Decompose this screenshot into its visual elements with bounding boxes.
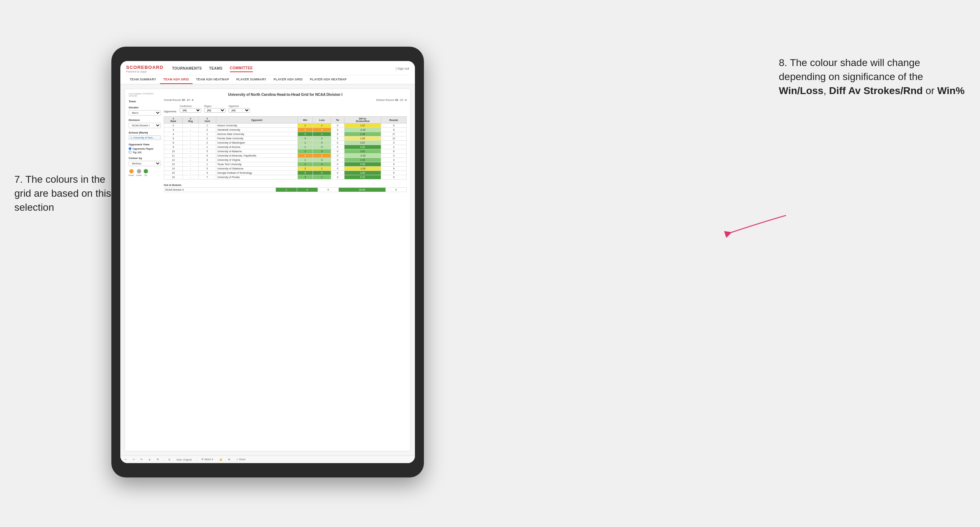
cell-team-name: University of Oklahoma <box>216 167 298 171</box>
cell-rounds: 9 <box>381 167 407 171</box>
undo-button[interactable]: ↩ <box>123 457 128 462</box>
col-conf: #Conf <box>198 117 216 124</box>
cell-tie: 0 <box>331 162 344 167</box>
region-filter-select[interactable]: (All) <box>204 108 226 113</box>
cell-team-name: Florida State University <box>216 137 298 141</box>
pause-button[interactable]: ⏸ <box>147 458 152 462</box>
nav-tournaments[interactable]: TOURNAMENTS <box>172 65 202 72</box>
gender-select[interactable]: Men's <box>129 110 161 116</box>
col-loss: Loss <box>313 117 331 124</box>
cell-loss: 0 <box>313 158 331 162</box>
subnav-player-h2h-heatmap[interactable]: PLAYER H2H HEATMAP <box>306 75 350 84</box>
cell-team-name: Georgia Institute of Technology <box>216 171 298 175</box>
table-row: NCAA Division II 1 0 0 26.00 3 <box>164 188 407 192</box>
cell-conf: 7 <box>198 175 216 179</box>
cell-team-name: University of Washington <box>216 141 298 145</box>
cell-rank: 9 <box>164 145 183 149</box>
nav-committee[interactable]: COMMITTEE <box>230 65 253 72</box>
cell-reg: - <box>183 175 198 179</box>
cell-win: 5 <box>298 132 313 137</box>
redo-button[interactable]: ↪ <box>131 457 136 462</box>
right-arrow <box>718 201 790 244</box>
legend-level: Level <box>136 169 141 176</box>
cell-win: 3 <box>298 149 313 154</box>
subnav-team-h2h-grid[interactable]: TEAM H2H GRID <box>160 75 192 84</box>
table-row: 8 - 2 University of Washington 1 0 0 3.6… <box>164 141 407 145</box>
cell-division-name: NCAA Division II <box>164 188 276 192</box>
nav-teams[interactable]: TEAMS <box>209 65 223 72</box>
right-panel: University of North Carolina Head-to-Hea… <box>164 93 407 447</box>
radio-top100-input[interactable] <box>129 151 132 154</box>
cell-diff: 9.00 <box>344 145 381 149</box>
cell-reg: - <box>183 154 198 158</box>
cell-conf: 2 <box>198 141 216 145</box>
conference-filter-select[interactable]: (All) <box>180 108 201 113</box>
cell-diff: -2.29 <box>344 128 381 132</box>
filter-opponent: Opponent (All) <box>229 105 250 113</box>
reset-button[interactable]: ⟳ <box>139 457 144 462</box>
share-button[interactable]: ↗ Share <box>235 457 247 462</box>
opponent-filter-select[interactable]: (All) <box>229 108 250 113</box>
cell-tie: 0 <box>331 158 344 162</box>
cell-diff: 2.28 <box>344 132 381 137</box>
brand-logo: SCOREBOARD Powered by clippd <box>126 64 164 73</box>
timer-button[interactable]: ⏱ <box>167 458 172 462</box>
table-row: 13 - 1 Texas Tech University 3 0 0 5.56 … <box>164 162 407 167</box>
subnav-player-h2h-grid[interactable]: PLAYER H2H GRID <box>270 75 306 84</box>
team-section: Team <box>129 100 161 103</box>
cell-rounds: 9 <box>381 124 407 128</box>
subnav-team-h2h-heatmap[interactable]: TEAM H2H HEATMAP <box>192 75 233 84</box>
cell-rounds: 3 <box>381 141 407 145</box>
colour-by-select[interactable]: Win/loss <box>129 161 161 166</box>
cell-team-name: University of Alabama <box>216 149 298 154</box>
view-original-button[interactable]: View: Original <box>175 458 193 462</box>
cell-team-name: University of Virginia <box>216 158 298 162</box>
cell-tie: 0 <box>331 175 344 179</box>
subnav-team-summary[interactable]: TEAM SUMMARY <box>126 75 160 84</box>
cell-win: 1 <box>298 158 313 162</box>
cell-team-name: University of Florida <box>216 175 298 179</box>
cell-tie: 0 <box>331 137 344 141</box>
table-row: 12 - 3 University of Virginia 1 0 0 2.33… <box>164 158 407 162</box>
cell-rounds: 12 <box>381 137 407 141</box>
watch-button[interactable]: 👁 Watch ▾ <box>200 457 215 462</box>
grid-button[interactable]: ⊞ <box>227 457 232 462</box>
col-reg: #Reg <box>183 117 198 124</box>
cell-loss: 1 <box>313 124 331 128</box>
tablet-screen: SCOREBOARD Powered by clippd TOURNAMENTS… <box>120 61 415 463</box>
cell-tie: 0 <box>331 132 344 137</box>
cell-rounds: 9 <box>381 171 407 175</box>
like-button[interactable]: 👍 <box>218 457 224 462</box>
cell-reg: - <box>183 124 198 128</box>
gender-section: Gender Men's <box>129 106 161 116</box>
cell-loss: 0 <box>313 149 331 154</box>
cell-rounds: 3 <box>381 154 407 158</box>
table-row: 11 - 6 University of Arkansas, Fayettevi… <box>164 154 407 158</box>
cell-loss: 0 <box>313 162 331 167</box>
cell-win: 0 <box>298 154 313 158</box>
radio-opponents-played-input[interactable] <box>129 147 132 150</box>
cell-conf: 2 <box>198 128 216 132</box>
cell-reg: - <box>183 171 198 175</box>
settings-button[interactable]: ⚙ <box>155 457 160 462</box>
filters-row: Opponents: Conference (All) Region ( <box>164 105 407 113</box>
subnav-player-summary[interactable]: PLAYER SUMMARY <box>233 75 270 84</box>
filter-region: Region (All) <box>204 105 226 113</box>
cell-diff: 6.62 <box>344 175 381 179</box>
cell-loss: 1 <box>313 132 331 137</box>
cell-conf: 1 <box>198 132 216 137</box>
sign-out-button[interactable]: | Sign out <box>396 67 409 70</box>
table-row: 10 - 5 University of Alabama 3 0 0 2.61 … <box>164 149 407 154</box>
legend-up: Up <box>144 169 148 176</box>
cell-reg: - <box>183 132 198 137</box>
cell-tie: 0 <box>331 145 344 149</box>
cell-win: 2 <box>298 167 313 171</box>
table-row: 4 - 1 Arizona State University 5 1 0 2.2… <box>164 132 407 137</box>
cell-conf: 3 <box>198 158 216 162</box>
division-select[interactable]: NCAA Division I <box>129 123 161 128</box>
filter-conference: Conference (All) <box>180 105 201 113</box>
grid-record: Overall Record: 89 - 17 - 0 Division Rec… <box>164 99 407 101</box>
cell-diff: 2.33 <box>344 158 381 162</box>
cell-tie: 0 <box>331 149 344 154</box>
col-diff: Diff AvStrokes/Rnd <box>344 117 381 124</box>
